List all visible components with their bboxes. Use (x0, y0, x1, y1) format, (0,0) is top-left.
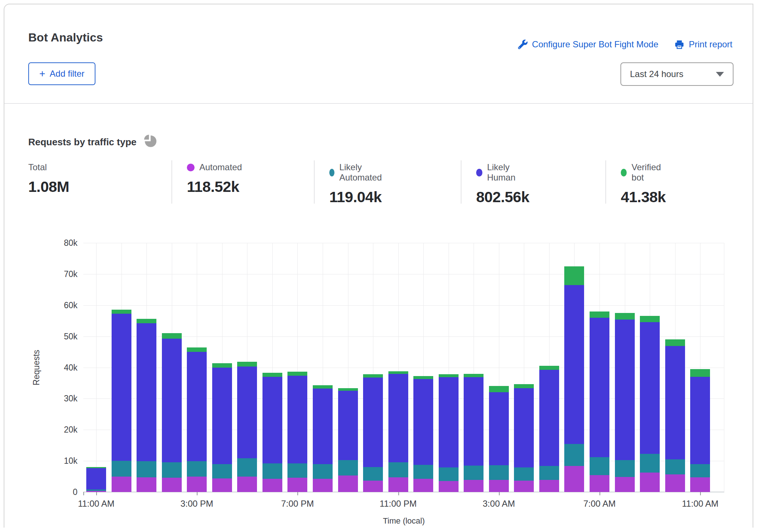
header-divider (4, 103, 753, 104)
stacked-bar-11-00-am[interactable] (690, 369, 710, 492)
stacked-bar-5-00-am[interactable] (539, 366, 559, 492)
bar-segment-automated (137, 477, 156, 492)
stat-verified-bot: Verified bot 41.38k (621, 162, 666, 206)
stat-total-label: Total (28, 162, 47, 172)
bar-segment-automated (287, 478, 307, 492)
bar-segment-likely-human (665, 346, 685, 459)
bar-segment-automated (338, 475, 358, 492)
configure-super-bot-fight-mode-link[interactable]: Configure Super Bot Fight Mode (518, 39, 658, 50)
stacked-bar-3-00-pm[interactable] (187, 347, 207, 492)
bar-segment-likely-human (162, 339, 182, 463)
time-range-select[interactable]: Last 24 hours (620, 62, 734, 86)
bar-segment-verified-bot (439, 374, 459, 377)
bar-segment-likely-automated (137, 461, 156, 477)
add-filter-label: Add filter (50, 69, 84, 79)
stats-divider (461, 160, 461, 204)
bar-segment-likely-automated (489, 465, 509, 480)
print-report-link[interactable]: Print report (674, 39, 732, 50)
bar-segment-likely-automated (162, 462, 182, 478)
bar-segment-verified-bot (112, 310, 131, 314)
stacked-bar-6-00-am[interactable] (564, 266, 584, 492)
stacked-bar-4-00-am[interactable] (514, 384, 534, 492)
bar-segment-likely-automated (564, 444, 584, 466)
bar-segment-likely-human (564, 285, 584, 444)
bar-segment-automated (690, 477, 710, 492)
bar-segment-likely-human (137, 323, 156, 461)
bar-segment-likely-automated (313, 464, 333, 479)
stacked-bar-2-00-am[interactable] (464, 374, 483, 492)
bar-segment-likely-automated (464, 466, 483, 480)
bar-segment-likely-human (464, 377, 483, 466)
stacked-bar-1-00-am[interactable] (439, 374, 459, 492)
bar-segment-likely-human (388, 374, 408, 462)
x-tick-mark (96, 492, 97, 495)
add-filter-button[interactable]: + Add filter (28, 62, 95, 85)
bar-segment-likely-automated (187, 461, 207, 477)
stat-likely-automated-value: 119.04k (329, 189, 384, 206)
bar-segment-verified-bot (615, 313, 635, 320)
x-axis-origin-tick (83, 492, 84, 495)
stats-divider (314, 160, 315, 204)
stacked-bar-4-00-pm[interactable] (212, 363, 232, 492)
stacked-bar-10-00-am[interactable] (665, 339, 685, 492)
bar-segment-likely-human (287, 376, 307, 463)
x-tick-label: 7:00 AM (570, 499, 629, 509)
bar-segment-likely-human (539, 370, 559, 466)
bar-segment-likely-human (363, 378, 383, 467)
bar-segment-verified-bot (212, 363, 232, 367)
h-gridline (83, 274, 724, 274)
y-tick-label: 20k (48, 425, 77, 435)
stacked-bar-9-00-am[interactable] (640, 316, 660, 492)
bar-segment-likely-human (338, 391, 358, 460)
stacked-bar-8-00-am[interactable] (615, 313, 635, 492)
stacked-bar-7-00-pm[interactable] (287, 372, 307, 492)
bar-segment-likely-human (112, 314, 131, 461)
stat-total: Total 1.08M (28, 162, 69, 196)
stat-automated-label: Automated (199, 162, 242, 172)
x-tick-mark (197, 492, 198, 495)
bar-segment-automated (539, 480, 559, 492)
stacked-bar-2-00-pm[interactable] (162, 333, 182, 492)
bar-segment-likely-human (690, 377, 710, 464)
bar-segment-likely-human (187, 352, 207, 461)
stacked-bar-11-00-am[interactable] (86, 467, 106, 492)
bar-segment-automated (363, 481, 383, 492)
bar-segment-automated (640, 473, 660, 492)
bar-segment-verified-bot (539, 366, 559, 370)
stacked-bar-10-00-pm[interactable] (363, 374, 383, 492)
stacked-bar-7-00-am[interactable] (590, 311, 609, 492)
bar-segment-verified-bot (187, 347, 207, 352)
x-tick-label: 3:00 PM (167, 499, 226, 509)
bar-segment-likely-human (615, 320, 635, 460)
stat-verified-bot-label: Verified bot (631, 162, 666, 183)
bar-segment-automated (464, 480, 483, 492)
stacked-bar-8-00-pm[interactable] (313, 385, 333, 492)
bar-segment-likely-automated (262, 463, 282, 479)
bar-segment-automated (615, 477, 635, 492)
bar-segment-automated (388, 477, 408, 492)
bar-segment-automated (564, 466, 584, 492)
stat-automated-value: 118.52k (187, 178, 242, 196)
automated-dot (187, 164, 195, 171)
chevron-down-icon (716, 72, 724, 77)
bar-segment-automated (665, 474, 685, 492)
print-link-label: Print report (689, 39, 732, 50)
stacked-bar-9-00-pm[interactable] (338, 388, 358, 492)
bar-segment-likely-human (514, 388, 534, 467)
stacked-bar-1-00-pm[interactable] (137, 319, 156, 492)
stacked-bar-11-00-pm[interactable] (388, 371, 408, 492)
bar-segment-automated (439, 481, 459, 492)
x-tick-mark (499, 492, 500, 495)
y-tick-label: 40k (48, 362, 77, 372)
stacked-bar-5-00-pm[interactable] (237, 362, 257, 492)
stacked-bar-6-00-pm[interactable] (262, 373, 282, 492)
stacked-bar-12-00-am[interactable] (413, 376, 433, 492)
page-title: Bot Analytics (28, 31, 103, 44)
stacked-bar-3-00-am[interactable] (489, 386, 509, 492)
stats-divider (605, 160, 606, 204)
stacked-bar-12-00-pm[interactable] (112, 310, 131, 492)
bar-segment-likely-automated (539, 466, 559, 480)
y-tick-label: 50k (48, 331, 77, 341)
stat-total-value: 1.08M (28, 178, 69, 196)
x-tick-mark (398, 492, 399, 495)
